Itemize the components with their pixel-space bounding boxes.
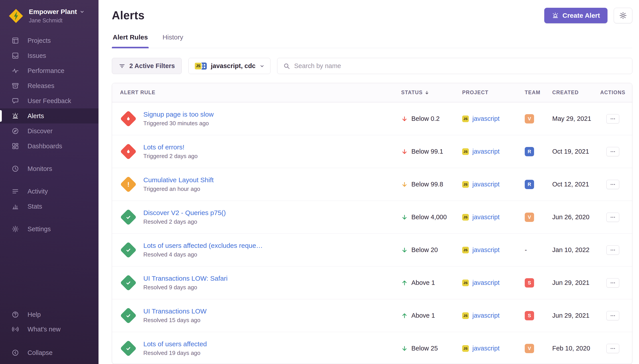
sidebar-item-discover[interactable]: Discover bbox=[0, 124, 99, 138]
alert-rule-row: UI Transactions LOW Resolved 15 days ago… bbox=[112, 299, 632, 332]
alert-rule-link[interactable]: Discover V2 - Queries p75() bbox=[143, 209, 226, 216]
ellipsis-icon bbox=[610, 346, 616, 351]
row-actions-button[interactable] bbox=[606, 147, 619, 156]
sidebar-item-label: Performance bbox=[28, 67, 64, 74]
alert-rule-row: Cumulative Layout Shift Triggered an hou… bbox=[112, 168, 632, 200]
javascript-platform-icon: JS bbox=[462, 116, 469, 122]
alerts-table: ALERT RULE STATUS PROJECT TEAM CREATED A… bbox=[112, 83, 632, 364]
sidebar-item-label: Projects bbox=[28, 37, 51, 44]
page-title: Alerts bbox=[112, 9, 145, 22]
sidebar-nav: Projects Issues Performance Releases Use… bbox=[0, 33, 99, 364]
sidebar-item-label: What's new bbox=[28, 326, 61, 333]
project-link[interactable]: javascript bbox=[472, 312, 500, 319]
active-filters-button[interactable]: 2 Active Filters bbox=[112, 58, 182, 74]
tab-alert-rules[interactable]: Alert Rules bbox=[112, 32, 149, 48]
sidebar-item-label: Settings bbox=[28, 226, 51, 233]
sidebar-item-help[interactable]: Help bbox=[0, 307, 99, 322]
project-link[interactable]: javascript bbox=[472, 148, 500, 155]
project-link[interactable]: javascript bbox=[472, 214, 500, 221]
row-actions-button[interactable] bbox=[606, 212, 619, 222]
sidebar-item-label: User Feedback bbox=[28, 97, 71, 105]
project-filter-dropdown[interactable]: JS javascript, cdc bbox=[188, 58, 270, 74]
status-value: Below 99.8 bbox=[411, 181, 443, 188]
sidebar-item-user-feedback[interactable]: User Feedback bbox=[0, 93, 99, 108]
sidebar-item-whats-new[interactable]: What's new bbox=[0, 322, 99, 336]
sidebar-item-alerts[interactable]: Alerts bbox=[0, 108, 99, 124]
sidebar-item-issues[interactable]: Issues bbox=[0, 48, 99, 63]
alert-rule-detail: Triggered 2 days ago bbox=[143, 153, 198, 160]
team-avatar: V bbox=[525, 212, 534, 222]
team-avatar: S bbox=[525, 278, 534, 288]
page-header: Alerts Create Alert bbox=[112, 8, 632, 24]
project-link[interactable]: javascript bbox=[472, 181, 500, 188]
search-field bbox=[277, 58, 632, 74]
row-actions-button[interactable] bbox=[606, 114, 619, 124]
create-alert-button[interactable]: Create Alert bbox=[544, 8, 607, 23]
alert-rule-row: UI Transactions LOW: Safari Resolved 9 d… bbox=[112, 266, 632, 299]
ellipsis-icon bbox=[610, 247, 616, 253]
resolved-alert-icon bbox=[120, 209, 137, 226]
resolved-alert-icon bbox=[120, 242, 137, 258]
table-header-row: ALERT RULE STATUS PROJECT TEAM CREATED A… bbox=[112, 83, 632, 102]
project-link[interactable]: javascript bbox=[472, 115, 500, 122]
broadcast-icon bbox=[12, 326, 19, 333]
alert-rule-link[interactable]: Cumulative Layout Shift bbox=[143, 176, 214, 184]
alert-rule-link[interactable]: Signup page is too slow bbox=[143, 110, 214, 118]
row-actions-button[interactable] bbox=[606, 180, 619, 189]
activity-icon bbox=[12, 188, 19, 195]
row-actions-button[interactable] bbox=[606, 278, 619, 288]
project-link[interactable]: javascript bbox=[472, 246, 500, 254]
ellipsis-icon bbox=[610, 313, 616, 318]
sidebar-item-settings[interactable]: Settings bbox=[0, 222, 99, 236]
column-header-created: CREATED bbox=[552, 90, 601, 96]
status-value: Below 99.1 bbox=[411, 148, 443, 155]
sidebar-item-monitors[interactable]: Monitors bbox=[0, 161, 99, 176]
org-switcher[interactable]: Empower Plant Jane Schmidt bbox=[0, 0, 99, 24]
alert-rule-row: Signup page is too slow Triggered 30 min… bbox=[112, 102, 632, 135]
status-value: Below 25 bbox=[411, 345, 438, 352]
alerts-settings-button[interactable] bbox=[614, 8, 632, 23]
alert-rule-link[interactable]: UI Transactions LOW bbox=[143, 308, 207, 315]
project-link[interactable]: javascript bbox=[472, 279, 500, 286]
sidebar-item-performance[interactable]: Performance bbox=[0, 63, 99, 78]
column-header-team: TEAM bbox=[525, 90, 552, 96]
created-date: Jun 29, 2021 bbox=[552, 279, 601, 286]
empower-plant-logo bbox=[9, 8, 24, 24]
nav-group-divider bbox=[0, 154, 99, 161]
alert-rule-detail: Resolved 4 days ago bbox=[143, 251, 263, 258]
sidebar-item-projects[interactable]: Projects bbox=[0, 33, 99, 48]
sidebar-item-activity[interactable]: Activity bbox=[0, 184, 99, 199]
alert-rule-detail: Resolved 2 days ago bbox=[143, 218, 226, 225]
team-avatar: V bbox=[525, 344, 534, 353]
sidebar-item-stats[interactable]: Stats bbox=[0, 199, 99, 214]
siren-icon bbox=[552, 12, 559, 19]
sidebar-collapse-button[interactable]: Collapse bbox=[0, 346, 99, 360]
alert-rule-link[interactable]: Lots of errors! bbox=[143, 144, 198, 151]
ellipsis-icon bbox=[610, 280, 616, 286]
created-date: Feb 10, 2020 bbox=[552, 345, 601, 352]
sidebar-item-label: Dashboards bbox=[28, 142, 62, 150]
alert-rule-link[interactable]: Lots of users affected (excludes reque… bbox=[143, 242, 263, 250]
alert-rule-link[interactable]: Lots of users affected bbox=[143, 340, 207, 348]
ellipsis-icon bbox=[610, 149, 616, 154]
row-actions-button[interactable] bbox=[606, 246, 619, 255]
arrow-down-icon bbox=[401, 116, 408, 122]
column-header-status[interactable]: STATUS bbox=[401, 90, 462, 96]
javascript-platform-icon: JS bbox=[462, 247, 469, 254]
sidebar-item-dashboards[interactable]: Dashboards bbox=[0, 138, 99, 154]
sidebar-item-releases[interactable]: Releases bbox=[0, 78, 99, 93]
created-date: Oct 19, 2021 bbox=[552, 148, 601, 155]
alert-rule-link[interactable]: UI Transactions LOW: Safari bbox=[143, 275, 228, 282]
tab-history[interactable]: History bbox=[162, 32, 184, 48]
status-value: Above 1 bbox=[411, 279, 435, 286]
row-actions-button[interactable] bbox=[606, 344, 619, 353]
gear-icon bbox=[619, 12, 627, 20]
siren-icon bbox=[12, 112, 19, 120]
row-actions-button[interactable] bbox=[606, 311, 619, 320]
resolved-alert-icon bbox=[120, 275, 137, 291]
search-input[interactable] bbox=[294, 62, 626, 70]
arrow-down-icon bbox=[401, 345, 408, 352]
project-link[interactable]: javascript bbox=[472, 345, 500, 352]
javascript-platform-icon: JS bbox=[462, 148, 469, 155]
column-header-alert-rule: ALERT RULE bbox=[120, 90, 401, 96]
